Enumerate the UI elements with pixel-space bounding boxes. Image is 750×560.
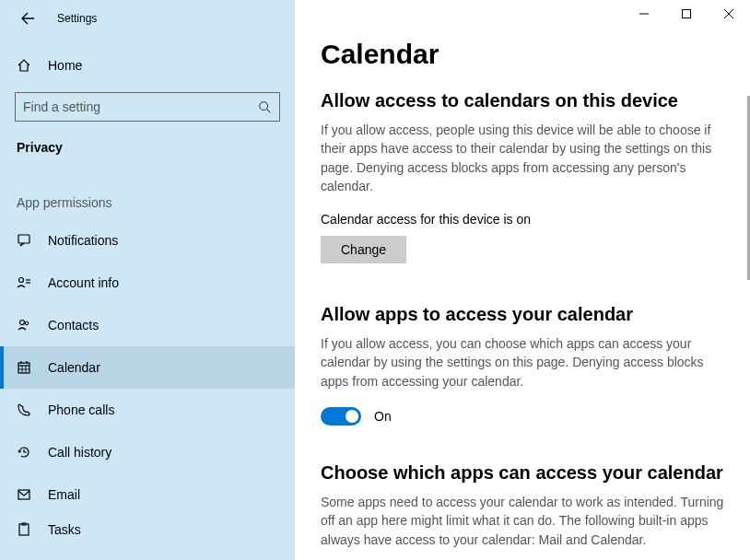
toggle-label: On <box>374 409 392 424</box>
page-title: Calendar <box>321 39 724 70</box>
nav-home-label: Home <box>48 58 82 73</box>
sidebar-item-call-history[interactable]: Call history <box>0 431 295 473</box>
svg-point-6 <box>20 321 25 325</box>
svg-rect-16 <box>19 524 29 535</box>
email-icon <box>17 487 35 502</box>
search-icon[interactable] <box>257 100 272 113</box>
content: Calendar Allow access to calendars on th… <box>295 0 750 560</box>
sidebar-item-label: Calendar <box>48 360 100 375</box>
sidebar-item-phone-calls[interactable]: Phone calls <box>0 389 295 431</box>
svg-point-0 <box>260 102 268 111</box>
sidebar-item-account-info[interactable]: Account info <box>0 262 295 304</box>
toggle-row: On <box>321 407 724 426</box>
apps-access-toggle[interactable] <box>321 407 361 426</box>
sidebar-item-label: Email <box>48 487 80 502</box>
main-pane: Calendar Allow access to calendars on th… <box>295 0 750 560</box>
calendar-icon <box>17 360 35 375</box>
sidebar-item-tasks[interactable]: Tasks <box>0 516 295 543</box>
section1-heading: Allow access to calendars on this device <box>321 90 724 111</box>
device-access-status: Calendar access for this device is on <box>321 212 724 227</box>
back-button[interactable] <box>15 6 41 31</box>
section3-body: Some apps need to access your calendar t… <box>321 493 724 549</box>
svg-point-7 <box>25 321 29 325</box>
change-button[interactable]: Change <box>321 236 406 263</box>
sidebar-item-label: Phone calls <box>48 402 114 417</box>
contacts-icon <box>17 318 35 332</box>
tasks-icon <box>17 522 35 537</box>
sidebar-item-label: Call history <box>48 445 111 460</box>
svg-rect-15 <box>18 490 29 499</box>
titlebar: Settings <box>0 0 295 37</box>
section2-body: If you allow access, you can choose whic… <box>321 334 724 391</box>
search-box[interactable] <box>15 92 280 122</box>
account-info-icon <box>17 275 35 290</box>
sidebar-item-label: Notifications <box>48 233 118 248</box>
search-input[interactable] <box>23 99 257 114</box>
subheader: App permissions <box>0 162 295 219</box>
sidebar-item-label: Contacts <box>48 318 99 332</box>
notifications-icon <box>17 233 35 248</box>
svg-rect-8 <box>18 363 29 373</box>
sidebar-item-notifications[interactable]: Notifications <box>0 219 295 262</box>
phone-icon <box>17 402 35 417</box>
window-title: Settings <box>57 12 97 25</box>
svg-line-1 <box>267 110 271 113</box>
category-label: Privacy <box>0 122 295 162</box>
sidebar: Settings Home Privacy App permissions No… <box>0 0 295 560</box>
section3-heading: Choose which apps can access your calend… <box>321 462 724 484</box>
svg-rect-2 <box>18 235 29 243</box>
home-icon <box>17 58 35 73</box>
sidebar-item-calendar[interactable]: Calendar <box>0 346 295 389</box>
history-icon <box>17 445 35 460</box>
svg-point-3 <box>19 278 24 283</box>
section1-body: If you allow access, people using this d… <box>321 121 724 195</box>
back-arrow-icon <box>20 11 35 26</box>
sidebar-item-label: Tasks <box>48 522 81 537</box>
section2-heading: Allow apps to access your calendar <box>321 304 724 325</box>
sidebar-item-contacts[interactable]: Contacts <box>0 304 295 346</box>
sidebar-item-label: Account info <box>48 275 119 290</box>
nav-home[interactable]: Home <box>0 48 295 83</box>
sidebar-item-email[interactable]: Email <box>0 473 295 516</box>
